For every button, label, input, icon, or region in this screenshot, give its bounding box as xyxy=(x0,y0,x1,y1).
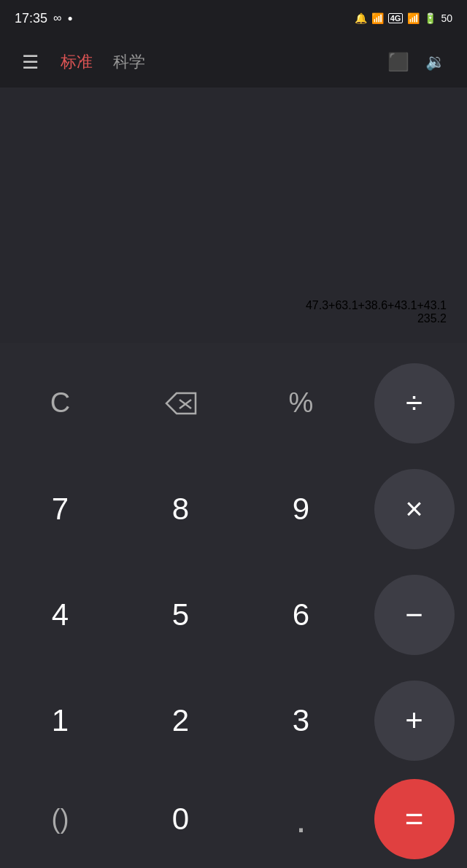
key-row-5: () 0 . = xyxy=(0,773,467,864)
battery-level: 50 xyxy=(441,12,452,24)
keypad-area: C % ÷ 7 8 9 × 4 5 6 − 1 2 3 + () 0 . xyxy=(0,343,467,868)
key-4[interactable]: 4 xyxy=(13,573,108,656)
battery-icon: 🔋 xyxy=(424,12,436,24)
infinity-icon: ∞ xyxy=(53,12,61,25)
status-time: 17:35 xyxy=(15,11,47,26)
status-dot: ● xyxy=(67,13,72,23)
decimal-button[interactable]: . xyxy=(254,777,349,861)
hamburger-icon: ☰ xyxy=(22,51,39,73)
expression: 47.3+63.1+38.6+43.1+43.1 xyxy=(306,299,447,312)
network-type-icon: 4G xyxy=(388,13,404,23)
sound-icon[interactable]: 🔉 xyxy=(425,53,445,71)
key-7[interactable]: 7 xyxy=(13,467,108,551)
result: 235.2 xyxy=(417,312,447,325)
nav-right: ⬛ 🔉 xyxy=(387,52,445,72)
key-row-2: 7 8 9 × xyxy=(0,456,467,562)
tab-standard[interactable]: 标准 xyxy=(61,51,93,73)
key-row-4: 1 2 3 + xyxy=(0,667,467,773)
add-button[interactable]: + xyxy=(374,681,455,761)
signal-icon: 📶 xyxy=(371,12,384,24)
nav-bar: ☰ 标准 科学 ⬛ 🔉 xyxy=(0,36,467,88)
divide-button[interactable]: ÷ xyxy=(374,363,455,443)
key-1[interactable]: 1 xyxy=(13,678,108,762)
status-icons: 🔔 📶 4G 📶 🔋 50 xyxy=(355,12,452,24)
percent-button[interactable]: % xyxy=(254,361,349,445)
tab-science[interactable]: 科学 xyxy=(113,51,145,73)
key-6[interactable]: 6 xyxy=(254,573,349,656)
backspace-button[interactable] xyxy=(134,361,228,445)
menu-button[interactable]: ☰ xyxy=(22,51,39,74)
key-3[interactable]: 3 xyxy=(254,678,349,762)
equals-button[interactable]: = xyxy=(374,779,455,859)
key-2[interactable]: 2 xyxy=(134,678,228,762)
parentheses-button[interactable]: () xyxy=(13,777,108,861)
key-0[interactable]: 0 xyxy=(134,777,228,861)
key-8[interactable]: 8 xyxy=(134,467,228,551)
subtract-button[interactable]: − xyxy=(374,575,455,655)
pip-icon[interactable]: ⬛ xyxy=(387,52,409,72)
key-row-3: 4 5 6 − xyxy=(0,562,467,667)
key-5[interactable]: 5 xyxy=(134,573,228,656)
signal2-icon: 📶 xyxy=(407,12,420,24)
status-bar: 17:35 ∞ ● 🔔 📶 4G 📶 🔋 50 xyxy=(0,0,467,36)
key-row-1: C % ÷ xyxy=(0,350,467,456)
clear-button[interactable]: C xyxy=(13,361,108,445)
alarm-icon: 🔔 xyxy=(355,12,367,24)
multiply-button[interactable]: × xyxy=(374,469,455,549)
key-9[interactable]: 9 xyxy=(254,467,349,551)
display-area: 47.3+63.1+38.6+43.1+43.1 235.2 xyxy=(0,88,467,343)
